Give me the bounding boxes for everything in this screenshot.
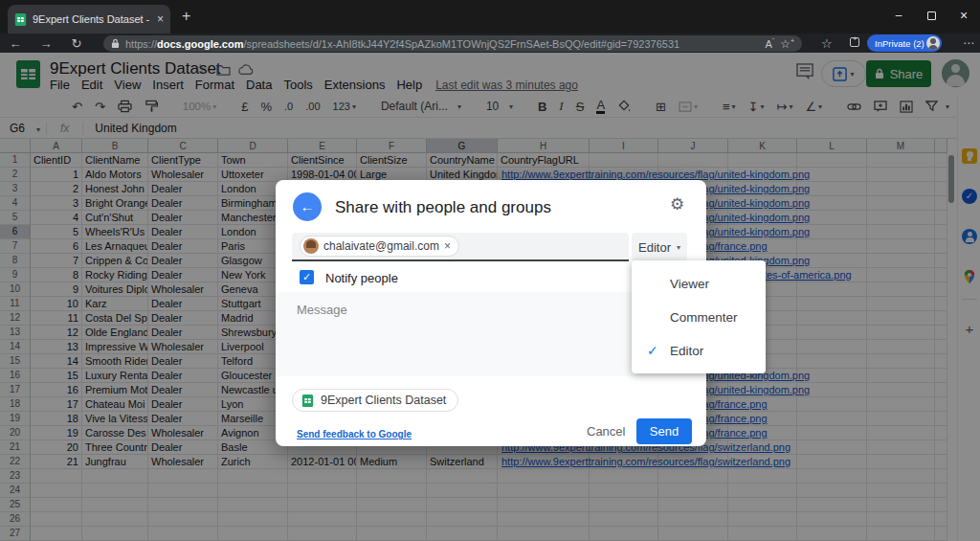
sheets-app: 9Expert Clients Dataset ☆ FileEditViewIn… bbox=[0, 53, 980, 541]
dropdown-item-editor[interactable]: ✓Editor bbox=[632, 334, 766, 368]
add-favorite-icon[interactable]: ☆+ bbox=[780, 37, 794, 51]
window-maximize-button[interactable] bbox=[915, 0, 947, 31]
forward-button[interactable]: → bbox=[31, 36, 61, 51]
lock-icon bbox=[111, 38, 120, 49]
permission-dropdown-menu: ViewerCommenter✓Editor bbox=[632, 260, 766, 373]
file-chip: 9Expert Clients Dataset bbox=[292, 389, 458, 412]
notify-label: Notify people bbox=[325, 271, 398, 285]
back-button[interactable]: ← bbox=[293, 192, 322, 221]
read-aloud-icon[interactable]: Aˆ bbox=[765, 37, 774, 50]
email-chip[interactable]: chalaivate@gmail.com × bbox=[300, 236, 459, 257]
favorites-icon[interactable]: ☆ bbox=[821, 36, 833, 51]
chip-remove-icon[interactable]: × bbox=[444, 239, 451, 253]
check-icon: ✓ bbox=[647, 334, 658, 368]
send-feedback-link[interactable]: Send feedback to Google bbox=[297, 429, 412, 440]
browser-tab[interactable]: 9Expert Clients Dataset - Googl × bbox=[8, 5, 170, 34]
tab-title: 9Expert Clients Dataset - Googl bbox=[33, 13, 151, 25]
permission-dropdown-button[interactable]: Editor▾ bbox=[632, 233, 687, 261]
browser-tab-bar: 9Expert Clients Dataset - Googl × + – × bbox=[0, 0, 980, 34]
dropdown-item-commenter[interactable]: Commenter bbox=[632, 301, 766, 334]
dialog-title: Share with people and groups bbox=[335, 198, 551, 217]
profile-avatar bbox=[926, 36, 940, 50]
sheets-favicon-icon bbox=[14, 13, 27, 26]
recipients-input[interactable]: chalaivate@gmail.com × bbox=[292, 233, 629, 261]
message-placeholder: Message bbox=[297, 303, 347, 317]
tab-close-icon[interactable]: × bbox=[157, 12, 164, 26]
settings-gear-icon[interactable]: ⚙ bbox=[670, 194, 684, 214]
chip-avatar bbox=[303, 238, 319, 254]
browser-menu-icon[interactable]: ⋯ bbox=[963, 36, 974, 50]
sheets-file-icon bbox=[301, 394, 314, 407]
new-tab-button[interactable]: + bbox=[182, 8, 190, 25]
dropdown-item-viewer[interactable]: Viewer bbox=[632, 267, 766, 301]
caret-down-icon: ▾ bbox=[677, 243, 680, 252]
address-bar[interactable]: https://docs.google.com/spreadsheets/d/1… bbox=[103, 35, 802, 52]
collections-icon[interactable]: + bbox=[850, 36, 859, 50]
refresh-button[interactable]: ↻ bbox=[61, 36, 92, 51]
send-button[interactable]: Send bbox=[636, 418, 692, 444]
browser-window: 9Expert Clients Dataset - Googl × + – × … bbox=[0, 0, 980, 541]
chip-email: chalaivate@gmail.com bbox=[323, 239, 439, 253]
back-button[interactable]: ← bbox=[0, 36, 31, 51]
inprivate-badge[interactable]: InPrivate (2) bbox=[867, 34, 942, 52]
browser-toolbar: ← → ↻ https://docs.google.com/spreadshee… bbox=[0, 34, 980, 53]
window-close-button[interactable]: × bbox=[947, 0, 980, 31]
window-minimize-button[interactable]: – bbox=[882, 0, 915, 31]
url-text: https://docs.google.com/spreadsheets/d/1… bbox=[125, 38, 679, 50]
notify-checkbox[interactable]: ✓ bbox=[300, 270, 314, 284]
cancel-button[interactable]: Cancel bbox=[587, 424, 625, 439]
